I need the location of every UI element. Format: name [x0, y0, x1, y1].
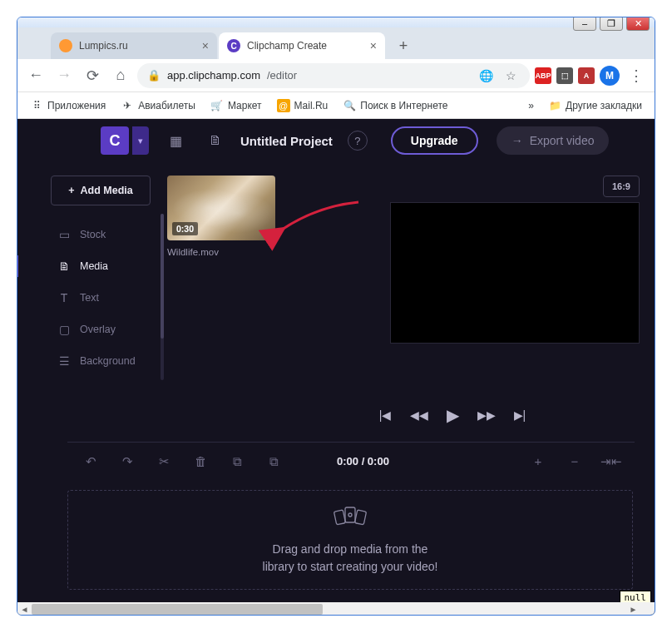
sidebar-item-media[interactable]: 🗎Media [51, 252, 151, 280]
sidebar-item-stock[interactable]: ▭Stock [51, 220, 151, 249]
bookmark-item[interactable]: 🔍Поиск в Интернете [337, 96, 453, 115]
split-button[interactable]: ✂ [149, 449, 179, 474]
upgrade-button[interactable]: Upgrade [391, 126, 478, 155]
address-bar[interactable]: 🔒 app.clipchamp.com/editor 🌐 ☆ [137, 63, 530, 88]
svg-point-3 [348, 513, 352, 517]
reload-button[interactable]: ⟳ [81, 64, 104, 87]
media-duration: 0:30 [172, 222, 198, 235]
bookmark-overflow-button[interactable]: » [528, 100, 534, 111]
folder-icon: 📁 [548, 99, 561, 112]
bookmark-item[interactable]: 🛒Маркет [205, 96, 268, 115]
horizontal-scrollbar[interactable]: ◄ ► [17, 602, 640, 616]
window-titlebar: – ❐ ✕ [17, 17, 655, 27]
overlay-icon: ▢ [57, 323, 71, 336]
sidebar-item-text[interactable]: TText [51, 284, 151, 312]
play-button[interactable]: ▶ [447, 405, 459, 425]
bookmark-star-icon[interactable]: ☆ [502, 67, 520, 85]
bookmark-item[interactable]: @Mail.Ru [271, 96, 334, 115]
scrollbar-thumb[interactable] [32, 604, 323, 615]
url-host: app.clipchamp.com [167, 69, 260, 82]
lock-icon: 🔒 [147, 69, 161, 82]
sidebar-item-overlay[interactable]: ▢Overlay [51, 315, 151, 344]
timeline-toolbar: ↶ ↷ ✂ 🗑 ⧉ ⧉ 0:00 / 0:00 + − ⇥⇤ [67, 442, 635, 480]
aspect-ratio-button[interactable]: 16:9 [603, 176, 640, 197]
search-icon: 🔍 [343, 99, 356, 112]
sidebar: +Add Media ▭Stock 🗎Media TText ▢Overlay … [51, 176, 151, 395]
player-controls: |◀ ◀◀ ▶ ▶▶ ▶| [250, 402, 655, 435]
scrollbar-corner [640, 602, 655, 616]
back-button[interactable]: ← [24, 64, 47, 87]
zoom-out-button[interactable]: − [560, 449, 590, 474]
favicon-icon: C [227, 39, 240, 52]
plus-icon: + [68, 185, 74, 196]
extension-icon[interactable]: A [578, 67, 595, 84]
media-filename: Wildlife.mov [167, 247, 292, 257]
translate-icon[interactable]: 🌐 [477, 67, 495, 85]
other-bookmarks-button[interactable]: 📁Другие закладки [542, 96, 648, 115]
time-display: 0:00 / 0:00 [320, 455, 516, 467]
bookmarks-bar: ⠿Приложения ✈Авиабилеты 🛒Маркет @Mail.Ru… [17, 92, 655, 119]
app-logo[interactable]: C [101, 126, 129, 155]
window-maximize-button[interactable]: ❐ [600, 17, 623, 31]
apps-button[interactable]: ⠿Приложения [24, 96, 111, 115]
forward-button[interactable]: → [52, 64, 76, 87]
project-title[interactable]: Untitled Project [240, 134, 333, 148]
cart-icon: 🛒 [210, 99, 224, 112]
tab-close-button[interactable]: × [202, 39, 209, 52]
skip-start-button[interactable]: |◀ [379, 408, 392, 422]
copy-button[interactable]: ⧉ [222, 449, 252, 474]
video-icon[interactable]: ▦ [162, 127, 189, 154]
undo-button[interactable]: ↶ [76, 449, 106, 474]
zoom-in-button[interactable]: + [523, 449, 553, 474]
export-button[interactable]: →Export video [497, 126, 610, 155]
media-icon: 🗎 [57, 260, 71, 273]
skip-end-button[interactable]: ▶| [514, 408, 526, 422]
fast-forward-button[interactable]: ▶▶ [477, 408, 496, 422]
tab-title: Clipchamp Create [247, 40, 327, 52]
app-content: C ▾ ▦ 🗎 Untitled Project ? Upgrade →Expo… [17, 119, 655, 616]
browser-tabs: Lumpics.ru × C Clipchamp Create × + [17, 27, 655, 59]
tab-clipchamp[interactable]: C Clipchamp Create × [219, 32, 385, 59]
redo-button[interactable]: ↷ [112, 449, 142, 474]
svg-rect-1 [334, 510, 345, 525]
url-path: /editor [267, 69, 297, 82]
logo-dropdown[interactable]: ▾ [132, 126, 149, 155]
video-preview[interactable] [390, 202, 640, 344]
add-media-button[interactable]: +Add Media [51, 176, 151, 205]
media-library: 0:30 Wildlife.mov [167, 176, 292, 395]
svg-rect-2 [354, 510, 366, 525]
sidebar-item-background[interactable]: ☰Background [51, 347, 151, 375]
sidebar-scrollbar-thumb[interactable] [161, 214, 164, 339]
home-button[interactable]: ⌂ [109, 64, 132, 87]
paste-button[interactable]: ⧉ [259, 449, 289, 474]
fit-button[interactable]: ⇥⇤ [596, 449, 626, 474]
tab-close-button[interactable]: × [370, 39, 377, 52]
new-tab-button[interactable]: + [392, 34, 415, 57]
app-header: C ▾ ▦ 🗎 Untitled Project ? Upgrade →Expo… [17, 119, 655, 162]
tab-lumpics[interactable]: Lumpics.ru × [51, 32, 217, 59]
window-close-button[interactable]: ✕ [626, 17, 650, 31]
window-minimize-button[interactable]: – [573, 17, 596, 31]
file-icon[interactable]: 🗎 [202, 127, 229, 154]
scroll-left-button[interactable]: ◄ [17, 602, 32, 616]
tab-title: Lumpics.ru [79, 40, 128, 52]
plane-icon: ✈ [121, 99, 134, 112]
stock-icon: ▭ [57, 228, 71, 241]
apps-icon: ⠿ [30, 99, 43, 112]
scroll-right-button[interactable]: ► [626, 602, 640, 616]
bookmark-item[interactable]: ✈Авиабилеты [115, 96, 201, 115]
extension-icon[interactable]: ⬚ [556, 67, 573, 84]
help-button[interactable]: ? [348, 131, 368, 151]
export-icon: → [511, 134, 523, 147]
dropzone-icon [332, 504, 368, 532]
svg-rect-0 [345, 507, 355, 522]
favicon-icon [59, 39, 72, 52]
timeline-dropzone[interactable]: Drag and drop media from the library to … [67, 490, 633, 590]
browser-toolbar: ← → ⟳ ⌂ 🔒 app.clipchamp.com/editor 🌐 ☆ A… [17, 59, 655, 92]
profile-avatar[interactable]: M [600, 66, 620, 86]
rewind-button[interactable]: ◀◀ [410, 408, 428, 422]
browser-menu-button[interactable]: ⋮ [625, 64, 648, 87]
media-thumbnail[interactable]: 0:30 [167, 176, 275, 240]
delete-button[interactable]: 🗑 [185, 449, 215, 474]
adblock-extension-icon[interactable]: ABP [535, 67, 551, 84]
